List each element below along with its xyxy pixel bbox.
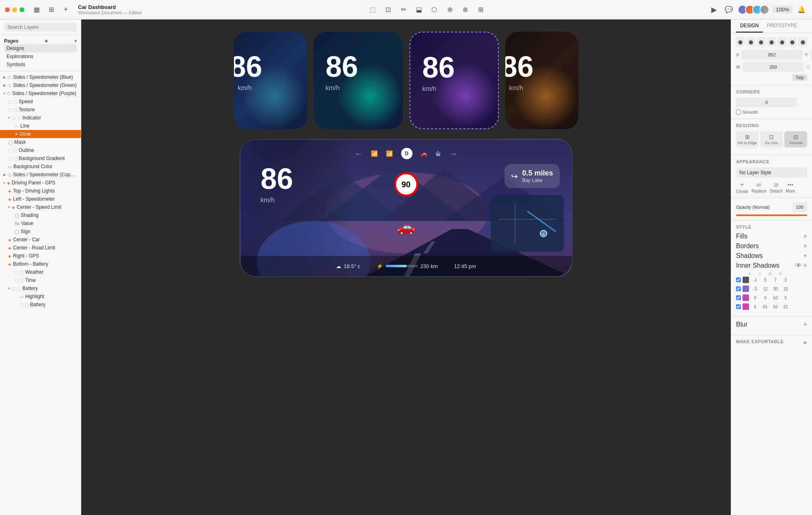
layer-outline[interactable]: ⬚ ⬚ Outline [0,146,81,154]
export-add-btn[interactable]: + [803,339,807,346]
layer-mask[interactable]: ◯ Mask [0,138,81,146]
detach-action[interactable]: ⊘ Detach [770,182,783,193]
close-traffic-light[interactable] [5,7,10,12]
layer-sides-green[interactable]: ▶ ⬡ Sides / Speedometer (Green) [0,81,81,89]
layer-bg-gradient[interactable]: ⬚ ⬚ Background Gradient [0,154,81,162]
layer-battery-group[interactable]: ▾ ⬚ ⬚ Battery [0,284,81,292]
y-input[interactable]: 175 [810,50,812,60]
x-input[interactable]: 852 [741,50,802,60]
chat-icon[interactable]: 💬 [723,4,734,15]
layer-bg-color[interactable]: ▭ Background Color [0,162,81,171]
shadow-3-checkbox[interactable] [736,295,741,300]
select-icon[interactable]: ⬓ [413,4,424,15]
page-explorations[interactable]: Explorations [4,52,77,61]
align-left-btn[interactable]: ⬤ [736,37,745,47]
tidy-button[interactable]: Tidy [793,74,807,81]
layer-center-speed[interactable]: ▾ ◈ Center - Speed Limit [0,203,81,211]
pen-icon[interactable]: ✏ [398,4,409,15]
play-button[interactable]: ▶ [708,4,720,15]
mask-icon[interactable]: ⊗ [459,4,471,15]
layer-sides-blue[interactable]: ▶ ⬡ Sides / Speedometer (Blue) [0,73,81,81]
layer-shading[interactable]: ◯ Shading [0,211,81,219]
page-designs[interactable]: Designs [4,44,77,52]
component-icon[interactable]: ⬡ [429,4,440,15]
inner-shadows-add-btn[interactable]: + [803,262,807,269]
shadow-3-color[interactable] [743,294,749,301]
corners-input[interactable] [736,97,797,107]
layer-center-road[interactable]: ◈ Center - Road Limit [0,244,81,252]
add-button[interactable]: + [60,4,71,15]
layer-value[interactable]: Aa Value [0,219,81,227]
shadow-2-checkbox[interactable] [736,286,741,291]
search-input[interactable] [4,23,77,32]
more-action[interactable]: ••• More [786,182,795,193]
canvas[interactable]: 86 km/h 86 km/h 86 km/h [81,19,731,515]
speed-card-green[interactable]: 86 km/h [314,32,403,129]
frame-icon[interactable]: ⬚ [367,4,378,15]
shadow-4-checkbox[interactable] [736,304,741,309]
add-page-icon[interactable]: + [45,38,48,44]
w-input[interactable]: 250 [743,62,803,72]
layer-time[interactable]: ⬚ ⬚ Time [0,276,81,284]
layer-center-car[interactable]: ◈ Center - Car [0,236,81,244]
preview-option[interactable]: ⊟ Preview [784,131,807,147]
minimize-traffic-light[interactable] [12,7,17,12]
layer-driving-panel[interactable]: ▾ ◈ Driving Panel - GPS [0,179,81,187]
layer-indicator[interactable]: ▾ ⬚ ⬚ Indicator [0,114,81,122]
layer-style-select[interactable]: No Layer Style [736,167,807,178]
bell-icon[interactable]: 🔔 [796,4,807,15]
align-middle-btn[interactable]: ⬤ [777,37,786,47]
layer-line[interactable]: — Line [0,122,81,130]
layer-battery2[interactable]: ⬚ ⬚ Battery [0,301,81,309]
layer-weather[interactable]: ⬚ ⬚ Weather [0,268,81,276]
fix-size-option[interactable]: ⊡ Fix Size [760,131,783,147]
align-distribute-btn[interactable]: ⬤ [798,37,807,47]
inner-shadow-eye-icon[interactable]: 👁 [795,262,802,269]
shadow-2-color[interactable] [743,286,749,292]
align-icon[interactable]: ⊡ [382,4,394,15]
right-arrow-icon[interactable]: → [449,149,457,158]
export-icon[interactable]: ⊞ [475,4,486,15]
chevron-pages-icon[interactable]: ▾ [74,38,77,44]
blur-add-btn[interactable]: + [803,321,807,328]
maximize-traffic-light[interactable] [19,7,24,12]
replace-action[interactable]: ⇄ Replace [751,182,767,193]
align-top-btn[interactable]: ⬤ [767,37,776,47]
layer-speed[interactable]: ⬚ ⬚ Speed [0,97,81,106]
layer-left-speedometer[interactable]: ◈ Left - Speedometer [0,195,81,203]
speed-card-purple[interactable]: 86 km/h [409,32,499,129]
smooth-checkbox[interactable] [736,110,741,115]
shadow-1-color[interactable] [743,277,749,283]
align-right-btn[interactable]: ⬤ [757,37,766,47]
opacity-slider[interactable] [736,214,807,216]
layer-glow[interactable]: ✦ Glow [0,130,81,138]
layer-right-gps[interactable]: ◈ Right - GPS [0,252,81,260]
borders-add-btn[interactable]: + [803,242,807,250]
link-wh-icon[interactable]: ⛓ [806,64,811,70]
create-action[interactable]: + Create [736,181,748,194]
shadow-4-color[interactable] [743,303,749,310]
fills-add-btn[interactable]: + [803,233,807,240]
left-arrow-icon[interactable]: ← [355,149,363,158]
dashboard-panel[interactable]: ← 📶 📶 D 🚗 🛣 → 86 km/h 90 ↪ 0.5 miles Ba [240,139,573,277]
layer-sides-copper[interactable]: ▶ ⬡ Sides / Speedometer (Copper) [0,171,81,179]
grid-view-icon[interactable]: ▦ [31,4,42,15]
page-symbols[interactable]: Symbols [4,61,77,69]
pin-to-edge-option[interactable]: ⊞ Pin to Edge [736,131,759,147]
layer-texture[interactable]: ⬚ ⬚ Texture [0,106,81,114]
layer-sides-purple[interactable]: ▾ ⬡ Sides / Speedometer (Purple) [0,89,81,97]
align-bottom-btn[interactable]: ⬤ [788,37,797,47]
align-center-btn[interactable]: ⬤ [747,37,756,47]
shadow-1-checkbox[interactable] [736,277,741,282]
speed-card-blue[interactable]: 86 km/h [234,32,307,129]
shadows-add-btn[interactable]: + [803,252,807,260]
zoom-control[interactable]: 100% [773,6,793,13]
layer-bottom-battery[interactable]: ◈ Bottom - Battery [0,260,81,268]
boolean-icon[interactable]: ⊕ [444,4,455,15]
layer-sign[interactable]: ◯ Sign [0,227,81,236]
tab-design[interactable]: DESIGN [736,19,763,32]
speed-card-copper[interactable]: 86 km/h [505,32,578,129]
layer-top-driving[interactable]: ◈ Top - Driving Lights [0,187,81,195]
opacity-input[interactable] [793,202,807,212]
layout-icon[interactable]: ⊞ [45,4,57,15]
